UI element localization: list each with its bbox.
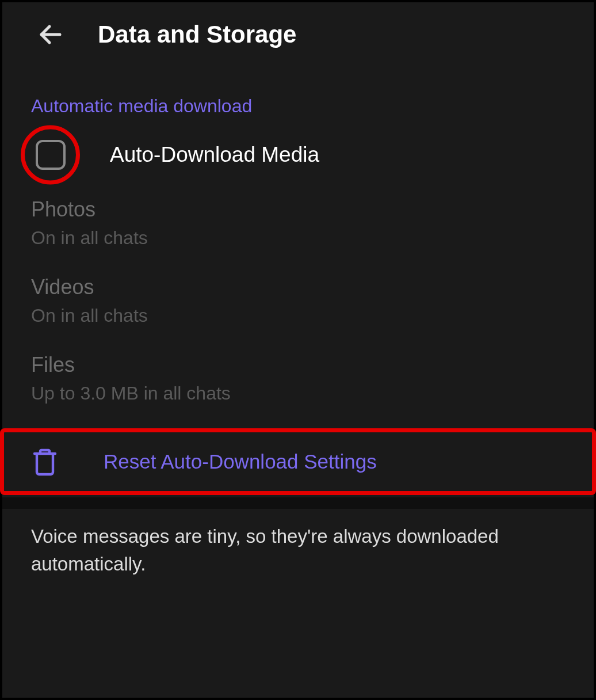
auto-download-toggle-row[interactable]: Auto-Download Media [31, 140, 565, 170]
content-area: Automatic media download Auto-Download M… [2, 67, 594, 578]
reset-settings-button[interactable]: Reset Auto-Download Settings [9, 431, 587, 493]
setting-files[interactable]: Files Up to 3.0 MB in all chats [31, 353, 565, 404]
setting-subtitle: On in all chats [31, 227, 565, 249]
auto-download-label: Auto-Download Media [110, 143, 319, 167]
setting-videos[interactable]: Videos On in all chats [31, 275, 565, 326]
setting-photos[interactable]: Photos On in all chats [31, 197, 565, 249]
header: Data and Storage [2, 2, 594, 67]
reset-label: Reset Auto-Download Settings [104, 450, 377, 473]
back-arrow-icon[interactable] [37, 21, 64, 48]
setting-title: Videos [31, 275, 565, 299]
settings-screen: Data and Storage Automatic media downloa… [0, 0, 596, 700]
section-header: Automatic media download [31, 96, 565, 117]
setting-subtitle: On in all chats [31, 305, 565, 326]
setting-title: Photos [31, 197, 565, 222]
setting-subtitle: Up to 3.0 MB in all chats [31, 383, 565, 404]
trash-icon [31, 447, 59, 477]
setting-title: Files [31, 353, 565, 377]
separator [2, 497, 594, 509]
page-title: Data and Storage [98, 21, 296, 48]
auto-download-checkbox[interactable] [36, 140, 66, 170]
footer-note: Voice messages are tiny, so they're alwa… [31, 509, 565, 578]
